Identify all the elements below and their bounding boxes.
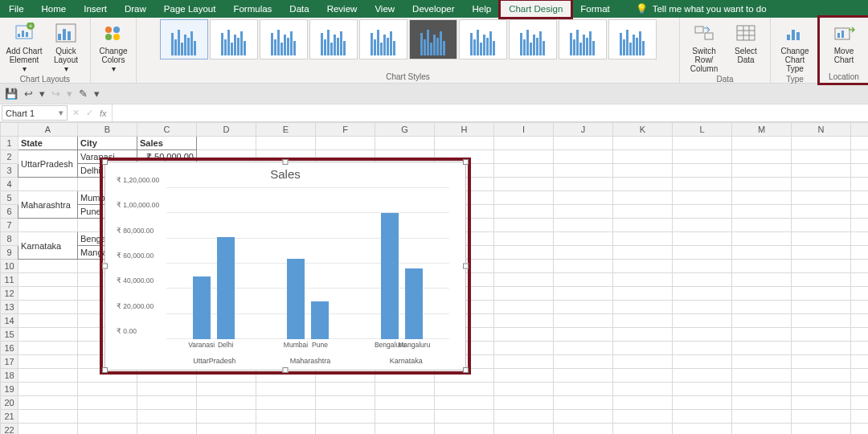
cell[interactable] bbox=[494, 424, 554, 435]
col-header[interactable]: O bbox=[851, 123, 869, 137]
cell[interactable] bbox=[613, 342, 673, 355]
cell[interactable] bbox=[435, 396, 494, 410]
select-all-corner[interactable] bbox=[1, 123, 18, 137]
cell[interactable] bbox=[613, 178, 673, 191]
cell[interactable] bbox=[851, 301, 869, 314]
cell[interactable] bbox=[732, 369, 792, 383]
cell[interactable] bbox=[732, 191, 792, 205]
cell[interactable] bbox=[673, 383, 732, 396]
cell[interactable] bbox=[673, 205, 732, 219]
cell[interactable] bbox=[851, 205, 869, 219]
cell[interactable] bbox=[851, 342, 869, 355]
cell[interactable] bbox=[673, 355, 732, 369]
cell[interactable] bbox=[18, 355, 78, 369]
cell[interactable] bbox=[792, 396, 851, 410]
cell[interactable] bbox=[197, 383, 256, 396]
cell[interactable] bbox=[375, 410, 435, 424]
cell[interactable] bbox=[851, 246, 869, 260]
row-header[interactable]: 15 bbox=[1, 328, 18, 342]
cell[interactable] bbox=[375, 369, 435, 383]
plot-area[interactable]: VaranasiDelhiMumbaiPuneBengaluruMangalur… bbox=[166, 188, 449, 339]
col-header[interactable]: L bbox=[673, 123, 732, 137]
cell[interactable] bbox=[554, 355, 613, 369]
change-chart-type-button[interactable]: Change Chart Type bbox=[776, 19, 814, 75]
cell[interactable] bbox=[851, 410, 869, 424]
cell[interactable] bbox=[792, 383, 851, 396]
cell[interactable] bbox=[137, 369, 197, 383]
cell[interactable] bbox=[494, 342, 554, 355]
selection-handle[interactable] bbox=[463, 367, 469, 373]
chart-style-thumb[interactable] bbox=[459, 19, 507, 59]
cell[interactable] bbox=[494, 150, 554, 164]
cell[interactable]: State bbox=[18, 137, 78, 150]
cell[interactable] bbox=[197, 424, 256, 435]
tab-file[interactable]: File bbox=[0, 0, 33, 18]
col-header[interactable]: J bbox=[554, 123, 613, 137]
cell[interactable] bbox=[375, 424, 435, 435]
enter-icon[interactable]: ✓ bbox=[86, 108, 93, 118]
cell[interactable] bbox=[673, 301, 732, 314]
cell[interactable] bbox=[673, 328, 732, 342]
undo-button[interactable]: ↩ bbox=[24, 88, 33, 100]
row-header[interactable]: 11 bbox=[1, 273, 18, 287]
cell[interactable]: Karnataka bbox=[18, 232, 78, 260]
cell[interactable] bbox=[554, 369, 613, 383]
cell[interactable] bbox=[494, 410, 554, 424]
cell[interactable] bbox=[554, 260, 613, 273]
col-header[interactable]: F bbox=[316, 123, 375, 137]
cell[interactable] bbox=[494, 383, 554, 396]
cell[interactable] bbox=[554, 410, 613, 424]
cell[interactable] bbox=[613, 410, 673, 424]
cell[interactable] bbox=[494, 191, 554, 205]
row-header[interactable]: 16 bbox=[1, 342, 18, 355]
cell[interactable] bbox=[494, 232, 554, 246]
cell[interactable] bbox=[554, 150, 613, 164]
row-header[interactable]: 1 bbox=[1, 137, 18, 150]
cell[interactable] bbox=[494, 246, 554, 260]
col-header[interactable]: K bbox=[613, 123, 673, 137]
cell[interactable] bbox=[732, 232, 792, 246]
cell[interactable] bbox=[316, 410, 375, 424]
cell[interactable] bbox=[851, 232, 869, 246]
cell[interactable] bbox=[851, 355, 869, 369]
cell[interactable] bbox=[494, 314, 554, 328]
cell[interactable] bbox=[197, 410, 256, 424]
cell[interactable] bbox=[732, 410, 792, 424]
cell[interactable] bbox=[613, 191, 673, 205]
cell[interactable] bbox=[554, 342, 613, 355]
cell[interactable] bbox=[792, 205, 851, 219]
cell[interactable] bbox=[18, 328, 78, 342]
cell[interactable] bbox=[673, 342, 732, 355]
switch-row-column-button[interactable]: Switch Row/ Column bbox=[685, 19, 723, 75]
tab-view[interactable]: View bbox=[366, 0, 403, 18]
selection-handle[interactable] bbox=[283, 159, 289, 165]
cell[interactable] bbox=[137, 410, 197, 424]
selection-handle[interactable] bbox=[102, 159, 108, 165]
cell[interactable] bbox=[494, 205, 554, 219]
cell[interactable] bbox=[732, 137, 792, 150]
move-chart-button[interactable]: Move Chart bbox=[825, 19, 863, 66]
cell[interactable]: UttarPradesh bbox=[18, 150, 78, 178]
tab-help[interactable]: Help bbox=[464, 0, 501, 18]
chart-style-thumb[interactable] bbox=[409, 19, 457, 59]
cell[interactable]: Sales bbox=[137, 137, 197, 150]
row-header[interactable]: 4 bbox=[1, 178, 18, 191]
cell[interactable] bbox=[494, 219, 554, 232]
row-header[interactable]: 7 bbox=[1, 219, 18, 232]
cell[interactable] bbox=[792, 137, 851, 150]
row-header[interactable]: 2 bbox=[1, 150, 18, 164]
cell[interactable] bbox=[851, 273, 869, 287]
col-header[interactable]: H bbox=[435, 123, 494, 137]
selection-handle[interactable] bbox=[463, 159, 469, 165]
chart-style-thumb[interactable] bbox=[359, 19, 407, 59]
cell[interactable] bbox=[18, 178, 78, 191]
cell[interactable] bbox=[673, 246, 732, 260]
col-header[interactable]: D bbox=[197, 123, 256, 137]
cell[interactable] bbox=[732, 219, 792, 232]
cell[interactable] bbox=[732, 287, 792, 301]
cell[interactable] bbox=[613, 355, 673, 369]
row-header[interactable]: 3 bbox=[1, 164, 18, 178]
cell[interactable] bbox=[792, 328, 851, 342]
cell[interactable] bbox=[673, 178, 732, 191]
cell[interactable] bbox=[792, 273, 851, 287]
